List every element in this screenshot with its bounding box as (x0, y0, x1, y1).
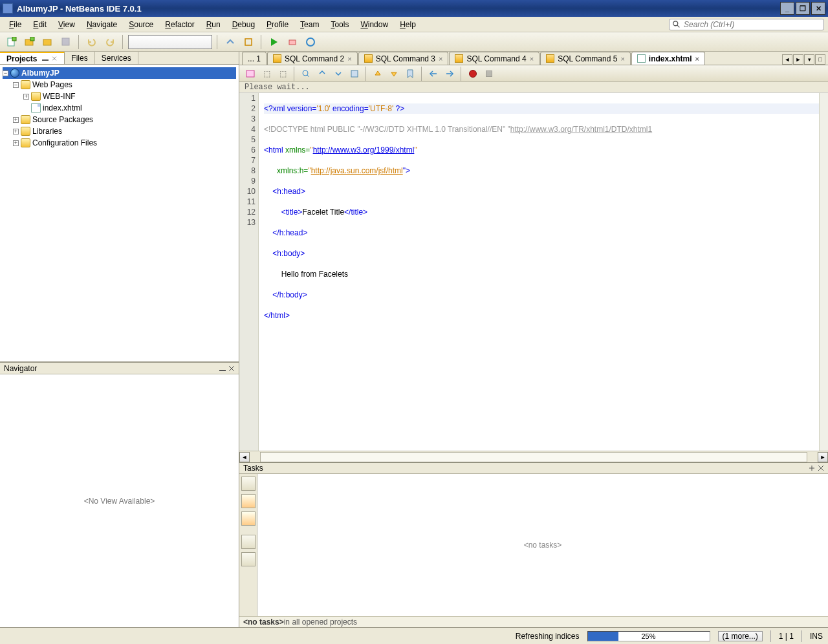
maximize-button[interactable]: ❐ (796, 2, 810, 15)
new-file-button[interactable] (4, 34, 19, 50)
menu-run[interactable]: Run (201, 19, 226, 30)
shift-right-button[interactable] (442, 67, 457, 81)
profile-button[interactable] (303, 34, 318, 50)
redo-button[interactable] (102, 34, 118, 50)
next-error-button[interactable] (387, 67, 401, 81)
menu-team[interactable]: Team (295, 19, 324, 30)
menu-view[interactable]: View (53, 19, 80, 30)
collapse-icon[interactable]: − (3, 70, 8, 76)
menu-navigate[interactable]: Navigate (82, 19, 122, 30)
save-all-button[interactable] (58, 34, 74, 50)
find-prev-button[interactable] (299, 67, 313, 81)
projects-tab[interactable]: Projects (0, 52, 65, 64)
expand-icon[interactable]: + (13, 129, 19, 134)
menu-profile[interactable]: Profile (261, 19, 294, 30)
expand-icon[interactable]: + (13, 117, 19, 123)
menu-window[interactable]: Window (355, 19, 393, 30)
debug-button[interactable] (285, 34, 300, 50)
build-button[interactable] (223, 34, 238, 50)
close-tab-icon[interactable]: × (347, 55, 351, 63)
run-button[interactable] (267, 34, 282, 50)
horizontal-scrollbar[interactable]: ◄ ► (239, 451, 828, 462)
tree-source-packages[interactable]: +Source Packages (3, 114, 236, 125)
files-tab[interactable]: Files (65, 52, 94, 64)
close-tab-icon[interactable]: × (695, 55, 699, 63)
macro-record-button[interactable] (466, 67, 480, 81)
menu-file[interactable]: File (4, 19, 27, 30)
minimize-panel-icon[interactable] (809, 465, 815, 471)
menu-refactor[interactable]: Refactor (160, 19, 199, 30)
macro-stop-button[interactable] (482, 67, 496, 81)
open-project-button[interactable] (40, 34, 56, 50)
tab-sql-command-4[interactable]: SQL Command 4× (449, 52, 539, 65)
svg-rect-3 (12, 37, 16, 41)
next-bookmark-button[interactable] (331, 67, 345, 81)
close-panel-icon[interactable] (818, 465, 824, 471)
tab-index-xhtml[interactable]: index.xhtml× (631, 52, 705, 65)
scroll-tabs-right[interactable]: ► (793, 54, 803, 65)
tree-project-root[interactable]: −AlbumyJP (3, 67, 236, 79)
menu-debug[interactable]: Debug (227, 19, 260, 30)
prev-bookmark-button[interactable] (315, 67, 329, 81)
scroll-tabs-left[interactable]: ◄ (782, 54, 792, 65)
toggle-bookmark-button[interactable] (403, 67, 417, 81)
expand-icon[interactable]: + (13, 140, 19, 146)
tasks-scope-file[interactable] (241, 477, 256, 491)
menu-edit[interactable]: Edit (28, 19, 52, 30)
collapse-icon[interactable]: − (13, 82, 19, 88)
services-tab[interactable]: Services (95, 52, 138, 64)
minimize-panel-icon[interactable] (42, 56, 49, 61)
tab-overflow[interactable]: ... 1 (242, 52, 267, 65)
code-editor[interactable]: Please wait... 12345678910111213 <?xml v… (239, 82, 828, 462)
config-combo[interactable] (128, 35, 212, 49)
close-panel-icon[interactable] (51, 56, 58, 61)
more-tasks-button[interactable]: (1 more...) (718, 631, 763, 641)
tab-list-button[interactable]: ▾ (804, 54, 814, 65)
close-tab-icon[interactable]: × (620, 55, 624, 63)
close-window-button[interactable]: ✕ (811, 2, 825, 15)
tab-label: index.xhtml (649, 54, 692, 63)
history-button[interactable]: ⬚ (259, 67, 274, 81)
shift-left-button[interactable] (426, 67, 441, 81)
minimize-button[interactable]: _ (780, 2, 794, 15)
expand-icon[interactable]: + (23, 94, 29, 100)
tab-sql-command-5[interactable]: SQL Command 5× (540, 52, 631, 65)
progress-bar[interactable]: 25% (587, 631, 710, 641)
tasks-scope-project[interactable] (241, 494, 256, 508)
tasks-scope-open[interactable] (241, 511, 256, 526)
toggle-highlight-button[interactable] (347, 67, 362, 81)
tab-sql-command-3[interactable]: SQL Command 3× (358, 52, 449, 65)
search-input[interactable] (684, 20, 821, 29)
tree-webinf[interactable]: +WEB-INF (3, 91, 236, 102)
menu-source[interactable]: Source (124, 19, 158, 30)
close-panel-icon[interactable] (228, 365, 235, 372)
close-tab-icon[interactable]: × (530, 55, 534, 63)
tree-index-xhtml[interactable]: index.xhtml (3, 102, 236, 114)
tree-label: Libraries (32, 127, 62, 136)
project-tree[interactable]: −AlbumyJP −Web Pages +WEB-INF index.xhtm… (0, 65, 239, 362)
tasks-group-button[interactable] (241, 552, 256, 566)
close-tab-icon[interactable]: × (439, 55, 442, 63)
scrollbar-track[interactable] (260, 452, 807, 462)
tab-sql-command-2[interactable]: SQL Command 2× (267, 52, 358, 65)
scroll-right-button[interactable]: ► (818, 452, 828, 462)
new-project-button[interactable] (22, 34, 38, 50)
code-content[interactable]: <?xml version='1.0' encoding='UTF-8' ?> … (259, 93, 819, 451)
diff-button[interactable]: ⬚ (276, 67, 290, 81)
source-view-button[interactable] (243, 67, 257, 81)
clean-build-button[interactable] (241, 34, 256, 50)
tree-web-pages[interactable]: −Web Pages (3, 79, 236, 91)
tasks-filter-button[interactable] (241, 535, 256, 549)
minimize-panel-icon[interactable] (219, 365, 226, 372)
tree-config-files[interactable]: +Configuration Files (3, 137, 236, 149)
menu-tools[interactable]: Tools (325, 19, 354, 30)
tree-libraries[interactable]: +Libraries (3, 125, 236, 137)
menu-help[interactable]: Help (395, 19, 421, 30)
maximize-editor-button[interactable]: □ (815, 54, 825, 65)
error-stripe[interactable] (819, 93, 828, 451)
scroll-left-button[interactable]: ◄ (239, 452, 250, 462)
progress-value: 25% (588, 632, 710, 640)
quick-search[interactable] (669, 19, 824, 30)
undo-button[interactable] (84, 34, 100, 50)
prev-error-button[interactable] (371, 67, 385, 81)
